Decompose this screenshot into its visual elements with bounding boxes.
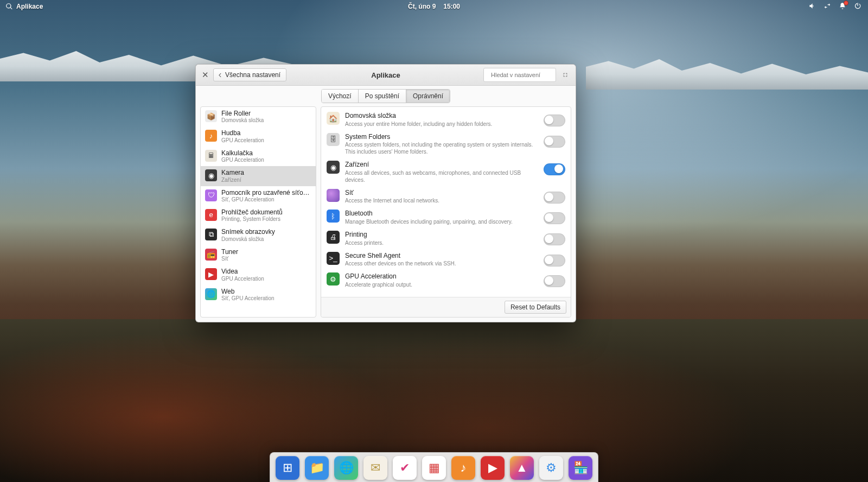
dock-appcenter[interactable]: 🏪 (569, 456, 592, 480)
app-sub: GPU Acceleration (221, 157, 264, 163)
tab-oprávnění[interactable]: Oprávnění (406, 90, 450, 103)
app-icon: 🛡 (205, 189, 217, 201)
applications-label: Aplikace (16, 3, 43, 10)
permissions-footer: Reset to Defaults (321, 297, 571, 317)
settings-window: ✕ Všechna nastavení Aplikace VýchozíPo s… (195, 64, 576, 322)
permission-icon: ᛒ (327, 210, 340, 223)
tabbar: VýchozíPo spuštěníOprávnění (196, 86, 576, 106)
dock-multitasking[interactable]: ⊞ (276, 456, 299, 480)
dock-music[interactable]: ♪ (451, 456, 475, 480)
dock-photos[interactable]: ▲ (510, 456, 534, 480)
mountain-right (586, 52, 868, 90)
dock-web[interactable]: 🌐 (334, 456, 358, 480)
app-row[interactable]: 🌐WebSíť, GPU Acceleration (201, 285, 316, 305)
toggle-knob (554, 164, 563, 173)
app-icon: 🌐 (205, 288, 217, 300)
search-box[interactable] (483, 68, 556, 82)
app-row[interactable]: 🛡Pomocník pro uzavřené síťové p…Síť, GPU… (201, 186, 316, 206)
notification-dot (844, 1, 848, 5)
back-label: Všechna nastavení (225, 71, 280, 79)
tab-po spuštění[interactable]: Po spuštění (359, 90, 406, 103)
permission-desc: Access the Internet and local networks. (345, 197, 538, 204)
power-icon (854, 2, 861, 10)
app-row[interactable]: eProhlížeč dokumentůPrinting, System Fol… (201, 206, 316, 225)
app-list[interactable]: 📦File RollerDomovská složka♪HudbaGPU Acc… (200, 106, 316, 318)
permission-toggle[interactable] (544, 233, 565, 245)
permission-toggle[interactable] (544, 136, 565, 148)
maximize-icon (563, 71, 568, 79)
toggle-knob (545, 276, 553, 285)
app-row[interactable]: 📦File RollerDomovská složka (201, 107, 316, 126)
app-row[interactable]: ◉KameraZařízení (201, 166, 316, 186)
permission-desc: Manage Bluetooth devices including pairi… (345, 218, 538, 225)
permission-row: 🏠Domovská složkaAccess your entire Home … (327, 109, 565, 130)
dock-videos[interactable]: ▶ (481, 456, 505, 480)
session-indicator[interactable] (854, 2, 861, 11)
permission-desc: Accelerate graphical output. (345, 281, 538, 288)
app-sub: GPU Acceleration (221, 137, 264, 144)
back-button[interactable]: Všechna nastavení (213, 68, 286, 81)
app-row[interactable]: ▶VideaGPU Acceleration (201, 265, 316, 284)
search-input[interactable] (490, 71, 567, 79)
dock-calendar[interactable]: ▦ (422, 456, 446, 480)
network-indicator[interactable] (824, 2, 831, 11)
dock-files[interactable]: 📁 (305, 456, 329, 480)
app-row[interactable]: ⧉Snímek obrazovkyDomovská složka (201, 225, 316, 245)
app-name: Web (221, 288, 275, 295)
permission-title: System Folders (345, 133, 538, 142)
app-name: Snímek obrazovky (221, 228, 275, 236)
permission-toggle[interactable] (544, 255, 565, 267)
notifications-indicator[interactable] (839, 2, 846, 11)
tab-výchozí[interactable]: Výchozí (322, 90, 359, 103)
app-icon: 📻 (205, 249, 217, 261)
app-sub: GPU Acceleration (221, 276, 264, 282)
app-sub: Síť, GPU Acceleration (221, 196, 311, 203)
network-icon (824, 2, 831, 10)
maximize-button[interactable] (559, 69, 571, 81)
permission-row: ᛒBluetoothManage Bluetooth devices inclu… (327, 207, 565, 228)
app-icon: ▶ (205, 268, 217, 280)
sound-indicator[interactable] (808, 2, 816, 11)
app-sub: Síť (221, 256, 238, 262)
permission-desc: Access printers. (345, 239, 538, 246)
permissions-list[interactable]: 🏠Domovská složkaAccess your entire Home … (321, 107, 571, 297)
app-name: Pomocník pro uzavřené síťové p… (221, 189, 311, 196)
permission-toggle[interactable] (544, 212, 565, 224)
app-sub: Síť, GPU Acceleration (221, 295, 275, 302)
tab-switcher: VýchozíPo spuštěníOprávnění (321, 89, 450, 103)
dock-tasks[interactable]: ✔ (393, 456, 417, 480)
dock-mail[interactable]: ✉ (363, 456, 387, 480)
app-name: Kamera (221, 169, 244, 176)
permission-icon: 🖨 (327, 231, 340, 244)
titlebar[interactable]: ✕ Všechna nastavení Aplikace (196, 65, 576, 86)
permission-toggle[interactable] (544, 115, 565, 126)
permission-icon: ⚙ (327, 272, 340, 286)
window-title: Aplikace (371, 71, 400, 79)
app-row[interactable]: ♪HudbaGPU Acceleration (201, 126, 316, 146)
permission-title: Secure Shell Agent (345, 252, 538, 261)
toggle-knob (545, 213, 553, 222)
app-row[interactable]: 🖩KalkulačkaGPU Acceleration (201, 147, 316, 166)
reset-button[interactable]: Reset to Defaults (505, 301, 566, 314)
app-name: Tuner (221, 248, 238, 256)
dock: ⊞📁🌐✉✔▦♪▶▲⚙🏪 (270, 452, 598, 482)
permission-toggle[interactable] (544, 163, 565, 175)
permission-desc: Access system folders, not including the… (345, 141, 538, 155)
applications-menu[interactable]: Aplikace (0, 3, 43, 10)
permission-title: Printing (345, 231, 538, 239)
permission-icon (327, 189, 340, 202)
permission-toggle[interactable] (544, 275, 565, 287)
panel-date[interactable]: Čt, úno 9 (408, 3, 436, 10)
app-name: Hudba (221, 129, 264, 137)
panel-time[interactable]: 15:00 (443, 3, 460, 10)
dock-settings[interactable]: ⚙ (539, 456, 563, 480)
app-icon: 📦 (205, 110, 217, 122)
app-row[interactable]: 📻TunerSíť (201, 245, 316, 265)
toggle-knob (545, 193, 553, 201)
close-button[interactable]: ✕ (200, 70, 210, 80)
toggle-knob (545, 234, 553, 243)
app-icon: 🖩 (205, 150, 217, 162)
permission-icon: 🏠 (327, 112, 340, 125)
permission-row: >_Secure Shell AgentAccess other devices… (327, 249, 565, 270)
permission-toggle[interactable] (544, 192, 565, 204)
